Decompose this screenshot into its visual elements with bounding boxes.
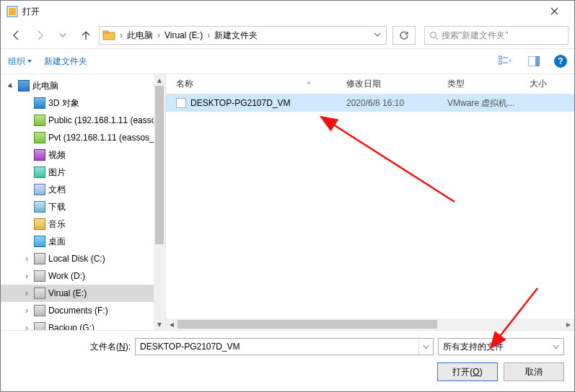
sidebar: 此电脑 ·3D 对象 ·Public (192.168.1.11 (eassos…	[1, 74, 166, 330]
tree-label: 视频	[48, 149, 66, 161]
file-pane: 名称^ 修改日期 类型 大小 DESKTOP-PG2107D_VM 2020/6…	[166, 74, 574, 330]
filename-input[interactable]	[136, 339, 418, 355]
download-icon	[34, 201, 45, 213]
col-size[interactable]: 大小	[527, 78, 574, 90]
file-type: VMware 虚拟机...	[447, 97, 534, 110]
file-date: 2020/6/8 16:10	[346, 98, 447, 108]
close-button[interactable]	[540, 6, 569, 17]
col-type[interactable]: 类型	[447, 78, 527, 90]
filter-label: 所有支持的文件	[443, 341, 504, 353]
tree-item-drive-c[interactable]: ›Local Disk (C:)	[1, 250, 165, 267]
svg-rect-8	[535, 56, 540, 66]
drive-icon	[34, 288, 45, 299]
desktop-icon	[34, 236, 45, 247]
tree-item-downloads[interactable]: ·下载	[1, 198, 165, 215]
tree-label: 文档	[48, 184, 66, 196]
tree-label: Public (192.168.1.11 (eassos	[48, 115, 160, 125]
scroll-right-icon[interactable]: ▸	[563, 319, 574, 329]
col-date[interactable]: 修改日期	[346, 78, 447, 90]
organize-menu[interactable]: 组织	[8, 55, 32, 68]
back-button[interactable]	[6, 27, 27, 44]
tree-item-videos[interactable]: ·视频	[1, 146, 165, 164]
chevron-right-icon[interactable]: ›	[118, 30, 124, 40]
tree-item-drive-d[interactable]: ›Work (D:)	[1, 267, 165, 285]
tree-item-public[interactable]: ·Public (192.168.1.11 (eassos	[1, 112, 165, 129]
folder-icon	[102, 29, 115, 42]
up-button[interactable]	[76, 27, 96, 44]
tree-label: 桌面	[48, 236, 66, 248]
file-row[interactable]: DESKTOP-PG2107D_VM 2020/6/8 16:10 VMware…	[166, 94, 574, 112]
expand-icon[interactable]: ›	[22, 254, 31, 264]
preview-pane-button[interactable]	[525, 53, 543, 70]
refresh-button[interactable]	[392, 26, 416, 45]
expand-icon[interactable]: ›	[22, 306, 31, 316]
svg-rect-5	[499, 56, 501, 59]
tree-label: Pvt (192.168.1.11 (eassos_	[48, 133, 154, 143]
filename-label: 文件名(N):	[8, 341, 131, 353]
cancel-button[interactable]: 取消	[504, 362, 564, 381]
file-name: DESKTOP-PG2107D_VM	[190, 98, 291, 108]
new-folder-button[interactable]: 新建文件夹	[44, 55, 87, 68]
tree-item-drive-f[interactable]: ›Documents (F:)	[1, 302, 165, 319]
file-type-filter[interactable]: 所有支持的文件	[438, 338, 564, 355]
breadcrumb-dropdown[interactable]	[369, 30, 386, 40]
tree-item-drive-e[interactable]: ›Virual (E:)	[1, 285, 165, 302]
drive-icon	[34, 305, 45, 316]
tree: 此电脑 ·3D 对象 ·Public (192.168.1.11 (eassos…	[1, 74, 165, 330]
help-button[interactable]: ?	[554, 55, 567, 68]
forward-button[interactable]	[30, 27, 50, 44]
network-folder-icon	[34, 132, 45, 143]
music-icon	[34, 218, 45, 230]
this-pc-icon	[18, 80, 30, 92]
tree-label: 此电脑	[32, 80, 58, 92]
file-list[interactable]: DESKTOP-PG2107D_VM 2020/6/8 16:10 VMware…	[166, 94, 574, 318]
search-icon	[429, 31, 439, 40]
tree-item-desktop[interactable]: ·桌面	[1, 233, 165, 250]
footer: 文件名(N): 所有支持的文件 打开(O) 取消	[1, 330, 574, 391]
scroll-up-icon[interactable]: ▴	[154, 74, 165, 86]
collapse-icon[interactable]	[6, 83, 15, 89]
chevron-right-icon[interactable]: ›	[206, 30, 211, 40]
column-headers: 名称^ 修改日期 类型 大小	[166, 74, 574, 94]
tree-label: 音乐	[48, 218, 66, 231]
expand-icon[interactable]: ›	[22, 271, 31, 281]
crumb-drive[interactable]: Virual (E:)	[162, 30, 206, 40]
tree-label: 下载	[48, 201, 66, 213]
sidebar-scrollbar[interactable]: ▴ ▾	[154, 74, 165, 330]
col-name[interactable]: 名称^	[166, 78, 346, 90]
tree-item-documents[interactable]: ·文档	[1, 181, 165, 198]
view-mode-button[interactable]	[496, 53, 514, 70]
chevron-right-icon[interactable]: ›	[156, 30, 162, 40]
app-icon	[6, 6, 18, 17]
cube-icon	[34, 97, 45, 109]
crumb-this-pc[interactable]: 此电脑	[124, 30, 156, 42]
file-hscrollbar[interactable]: ◂ ▸	[166, 318, 574, 330]
tree-label: Work (D:)	[48, 271, 85, 281]
chevron-down-icon	[553, 344, 559, 350]
network-folder-icon	[34, 115, 45, 126]
drive-icon	[34, 270, 45, 282]
expand-icon[interactable]: ›	[22, 288, 31, 298]
drive-icon	[34, 253, 45, 264]
crumb-folder[interactable]: 新建文件夹	[211, 30, 260, 42]
tree-item-3d[interactable]: ·3D 对象	[1, 94, 165, 112]
scroll-left-icon[interactable]: ◂	[166, 319, 177, 329]
scroll-thumb[interactable]	[155, 86, 164, 244]
open-button[interactable]: 打开(O)	[437, 362, 498, 381]
tree-item-pvt[interactable]: ·Pvt (192.168.1.11 (eassos_	[1, 129, 165, 146]
svg-rect-3	[103, 31, 108, 33]
recent-dropdown[interactable]	[53, 27, 73, 44]
expand-icon[interactable]: ›	[22, 323, 31, 330]
search-input[interactable]: 搜索"新建文件夹"	[424, 26, 569, 45]
scroll-thumb[interactable]	[177, 320, 437, 329]
video-icon	[34, 149, 45, 161]
breadcrumb-bar[interactable]: › 此电脑 › Virual (E:) › 新建文件夹	[99, 26, 387, 45]
tree-this-pc[interactable]: 此电脑	[1, 77, 165, 94]
tree-item-pictures[interactable]: ·图片	[1, 164, 165, 181]
tree-item-drive-g[interactable]: ›Backup (G:)	[1, 319, 165, 330]
image-icon	[34, 166, 45, 178]
scroll-down-icon[interactable]: ▾	[154, 318, 165, 330]
filename-dropdown[interactable]	[418, 339, 433, 355]
toolbar: 组织 新建文件夹 ?	[1, 48, 574, 74]
tree-item-music[interactable]: ·音乐	[1, 215, 165, 233]
